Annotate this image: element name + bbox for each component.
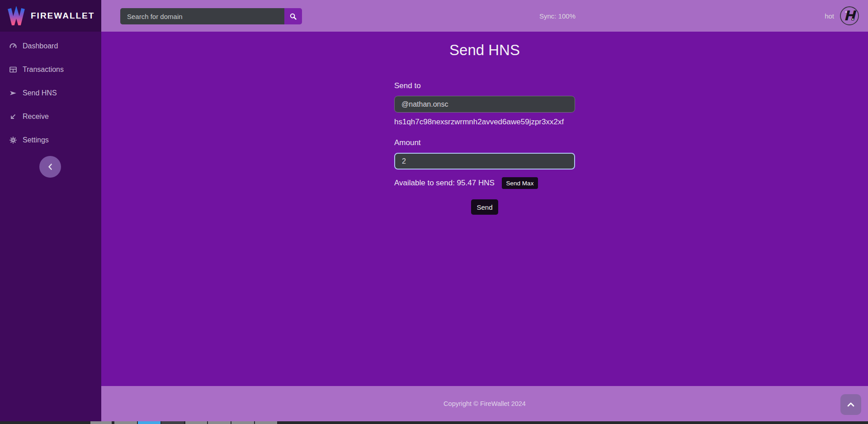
search-input[interactable] — [120, 8, 284, 24]
domain-search — [120, 8, 302, 24]
sidebar-item-settings[interactable]: Settings — [0, 128, 101, 152]
sidebar-item-send-hns[interactable]: Send HNS — [0, 81, 101, 105]
topbar: Sync: 100% hot H — [101, 0, 868, 32]
search-button[interactable] — [284, 8, 302, 24]
brand-logo-block[interactable]: FIREWALLET — [0, 0, 101, 32]
page-title: Send HNS — [101, 42, 868, 59]
sidebar: FIREWALLET Dashboard Transactions Send H… — [0, 0, 101, 421]
taskbar-segment[interactable] — [185, 421, 207, 424]
taskbar-strip[interactable] — [0, 421, 868, 424]
sidebar-item-label: Dashboard — [23, 42, 58, 50]
taskbar-segment[interactable] — [138, 421, 160, 424]
taskbar-segment[interactable] — [231, 421, 254, 424]
sidebar-item-transactions[interactable]: Transactions — [0, 58, 101, 81]
firewallet-w-logo-icon — [7, 6, 25, 25]
taskbar-segment[interactable] — [90, 421, 112, 424]
send-max-button[interactable]: Send Max — [502, 177, 538, 189]
sidebar-collapse-button[interactable] — [39, 156, 61, 178]
send-button[interactable]: Send — [471, 199, 498, 215]
scroll-to-top-button[interactable] — [840, 394, 861, 415]
dashboard-gauge-icon — [9, 42, 17, 50]
amount-label: Amount — [394, 138, 575, 147]
footer: Copyright © FireWallet 2024 — [101, 386, 868, 421]
sidebar-item-label: Receive — [23, 113, 49, 121]
resolved-address: hs1qh7c98nexsrzwrmnh2avved6awe59jzpr3xx2… — [394, 118, 575, 127]
wallet-indicator: hot H — [825, 0, 860, 32]
send-arrow-icon — [9, 89, 17, 97]
brand-name: FIREWALLET — [31, 11, 94, 21]
amount-input[interactable] — [394, 153, 575, 170]
available-balance-text: Available to send: 95.47 HNS — [394, 179, 495, 187]
taskbar-segment[interactable] — [255, 421, 277, 424]
svg-text:H: H — [844, 8, 856, 24]
main-content: Send HNS Send to hs1qh7c98nexsrzwrmnh2av… — [101, 32, 868, 386]
sidebar-item-dashboard[interactable]: Dashboard — [0, 34, 101, 58]
firewallet-app: { "brand": { "name": "FIREWALLET" }, "to… — [0, 0, 868, 424]
taskbar-segment[interactable] — [114, 421, 137, 424]
send-to-input[interactable] — [394, 96, 575, 113]
settings-gear-icon — [9, 136, 17, 144]
transactions-table-icon — [9, 66, 17, 74]
sidebar-item-label: Settings — [23, 136, 49, 144]
sidebar-nav: Dashboard Transactions Send HNS Receive — [0, 34, 101, 152]
sidebar-item-label: Send HNS — [23, 89, 57, 97]
copyright-text: Copyright © FireWallet 2024 — [443, 400, 526, 407]
sidebar-item-label: Transactions — [23, 66, 64, 74]
wallet-name: hot — [825, 12, 834, 20]
available-row: Available to send: 95.47 HNS Send Max — [394, 177, 575, 189]
sidebar-item-receive[interactable]: Receive — [0, 105, 101, 128]
taskbar-segment[interactable] — [161, 421, 184, 424]
chevron-up-icon — [847, 402, 854, 407]
sync-status: Sync: 100% — [539, 0, 576, 32]
receive-arrow-icon — [9, 113, 17, 121]
send-to-label: Send to — [394, 81, 575, 90]
chevron-left-icon — [47, 163, 53, 170]
search-icon — [289, 13, 297, 20]
handshake-logo-icon[interactable]: H — [839, 5, 860, 26]
send-hns-form: Send to hs1qh7c98nexsrzwrmnh2avved6awe59… — [394, 81, 575, 215]
taskbar-segment[interactable] — [208, 421, 231, 424]
